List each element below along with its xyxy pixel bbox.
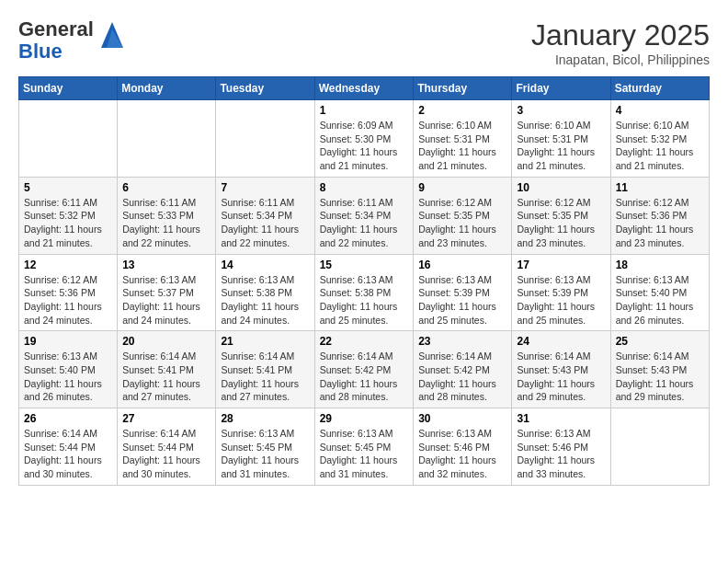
- day-info: Sunrise: 6:13 AMSunset: 5:46 PMDaylight:…: [517, 427, 605, 481]
- calendar-cell: 2 Sunrise: 6:10 AMSunset: 5:31 PMDayligh…: [414, 100, 512, 178]
- day-info: Sunrise: 6:13 AMSunset: 5:40 PMDaylight:…: [616, 273, 704, 327]
- weekday-header: Saturday: [610, 77, 709, 100]
- day-info: Sunrise: 6:10 AMSunset: 5:32 PMDaylight:…: [616, 119, 704, 173]
- day-info: Sunrise: 6:14 AMSunset: 5:41 PMDaylight:…: [122, 350, 210, 404]
- day-number: 25: [616, 335, 704, 348]
- calendar-cell: 6 Sunrise: 6:11 AMSunset: 5:33 PMDayligh…: [118, 177, 216, 254]
- calendar-cell: 19 Sunrise: 6:13 AMSunset: 5:40 PMDaylig…: [19, 331, 118, 408]
- day-info: Sunrise: 6:14 AMSunset: 5:41 PMDaylight:…: [221, 350, 309, 404]
- day-info: Sunrise: 6:12 AMSunset: 5:35 PMDaylight:…: [418, 196, 506, 250]
- day-number: 10: [517, 181, 605, 194]
- day-info: Sunrise: 6:14 AMSunset: 5:44 PMDaylight:…: [24, 427, 112, 481]
- day-number: 11: [616, 181, 704, 194]
- day-info: Sunrise: 6:11 AMSunset: 5:32 PMDaylight:…: [24, 196, 112, 250]
- day-number: 2: [418, 104, 506, 117]
- calendar-cell: 21 Sunrise: 6:14 AMSunset: 5:41 PMDaylig…: [216, 331, 314, 408]
- calendar-cell: 11 Sunrise: 6:12 AMSunset: 5:36 PMDaylig…: [610, 177, 709, 254]
- day-number: 20: [122, 335, 210, 348]
- month-title: January 2025: [531, 18, 710, 52]
- day-info: Sunrise: 6:13 AMSunset: 5:37 PMDaylight:…: [122, 273, 210, 327]
- day-number: 6: [122, 181, 210, 194]
- day-info: Sunrise: 6:13 AMSunset: 5:38 PMDaylight:…: [320, 273, 409, 327]
- weekday-header: Monday: [118, 77, 216, 100]
- calendar-cell: 15 Sunrise: 6:13 AMSunset: 5:38 PMDaylig…: [314, 254, 414, 331]
- day-number: 15: [320, 259, 409, 271]
- calendar-cell: 30 Sunrise: 6:13 AMSunset: 5:46 PMDaylig…: [414, 408, 512, 486]
- weekday-header-row: SundayMondayTuesdayWednesdayThursdayFrid…: [19, 77, 710, 100]
- calendar-cell: 4 Sunrise: 6:10 AMSunset: 5:32 PMDayligh…: [610, 100, 709, 178]
- day-info: Sunrise: 6:14 AMSunset: 5:42 PMDaylight:…: [320, 350, 409, 404]
- calendar-table: SundayMondayTuesdayWednesdayThursdayFrid…: [18, 76, 710, 486]
- day-number: 24: [517, 335, 605, 348]
- day-info: Sunrise: 6:09 AMSunset: 5:30 PMDaylight:…: [320, 119, 409, 173]
- calendar-cell: 27 Sunrise: 6:14 AMSunset: 5:44 PMDaylig…: [118, 408, 216, 486]
- weekday-header: Thursday: [414, 77, 512, 100]
- calendar-cell: 29 Sunrise: 6:13 AMSunset: 5:45 PMDaylig…: [314, 408, 414, 486]
- calendar-week-row: 12 Sunrise: 6:12 AMSunset: 5:36 PMDaylig…: [19, 254, 710, 331]
- day-number: 12: [24, 259, 112, 271]
- calendar-cell: 26 Sunrise: 6:14 AMSunset: 5:44 PMDaylig…: [19, 408, 118, 486]
- calendar-cell: 14 Sunrise: 6:13 AMSunset: 5:38 PMDaylig…: [216, 254, 314, 331]
- day-info: Sunrise: 6:14 AMSunset: 5:43 PMDaylight:…: [616, 350, 704, 404]
- day-number: 16: [418, 259, 506, 271]
- day-number: 14: [221, 259, 309, 271]
- day-number: 27: [122, 412, 210, 425]
- day-info: Sunrise: 6:13 AMSunset: 5:45 PMDaylight:…: [320, 427, 409, 481]
- calendar-cell: 18 Sunrise: 6:13 AMSunset: 5:40 PMDaylig…: [610, 254, 709, 331]
- day-number: 17: [517, 259, 605, 271]
- day-info: Sunrise: 6:12 AMSunset: 5:35 PMDaylight:…: [517, 196, 605, 250]
- logo-text: General Blue: [18, 18, 94, 63]
- day-info: Sunrise: 6:10 AMSunset: 5:31 PMDaylight:…: [418, 119, 506, 173]
- day-number: 26: [24, 412, 112, 425]
- logo-icon: [101, 22, 123, 48]
- calendar-week-row: 19 Sunrise: 6:13 AMSunset: 5:40 PMDaylig…: [19, 331, 710, 408]
- day-info: Sunrise: 6:13 AMSunset: 5:39 PMDaylight:…: [517, 273, 605, 327]
- calendar-week-row: 1 Sunrise: 6:09 AMSunset: 5:30 PMDayligh…: [19, 100, 710, 178]
- day-info: Sunrise: 6:11 AMSunset: 5:34 PMDaylight:…: [320, 196, 409, 250]
- calendar-cell: 23 Sunrise: 6:14 AMSunset: 5:42 PMDaylig…: [414, 331, 512, 408]
- calendar-cell: 22 Sunrise: 6:14 AMSunset: 5:42 PMDaylig…: [314, 331, 414, 408]
- calendar-cell: [19, 100, 118, 178]
- weekday-header: Wednesday: [314, 77, 414, 100]
- day-info: Sunrise: 6:11 AMSunset: 5:34 PMDaylight:…: [221, 196, 309, 250]
- day-info: Sunrise: 6:13 AMSunset: 5:38 PMDaylight:…: [221, 273, 309, 327]
- day-info: Sunrise: 6:11 AMSunset: 5:33 PMDaylight:…: [122, 196, 210, 250]
- day-number: 21: [221, 335, 309, 348]
- calendar-week-row: 26 Sunrise: 6:14 AMSunset: 5:44 PMDaylig…: [19, 408, 710, 486]
- title-block: January 2025 Inapatan, Bicol, Philippine…: [531, 18, 710, 67]
- day-info: Sunrise: 6:12 AMSunset: 5:36 PMDaylight:…: [616, 196, 704, 250]
- weekday-header: Friday: [512, 77, 610, 100]
- day-info: Sunrise: 6:13 AMSunset: 5:40 PMDaylight:…: [24, 350, 112, 404]
- day-number: 3: [517, 104, 605, 117]
- day-number: 4: [616, 104, 704, 117]
- logo: General Blue: [18, 18, 123, 63]
- day-number: 18: [616, 259, 704, 271]
- day-number: 19: [24, 335, 112, 348]
- day-number: 9: [418, 181, 506, 194]
- calendar-cell: 10 Sunrise: 6:12 AMSunset: 5:35 PMDaylig…: [512, 177, 610, 254]
- day-number: 31: [517, 412, 605, 425]
- day-number: 1: [320, 104, 409, 117]
- day-info: Sunrise: 6:10 AMSunset: 5:31 PMDaylight:…: [517, 119, 605, 173]
- day-info: Sunrise: 6:13 AMSunset: 5:45 PMDaylight:…: [221, 427, 309, 481]
- weekday-header: Sunday: [19, 77, 118, 100]
- calendar-cell: 5 Sunrise: 6:11 AMSunset: 5:32 PMDayligh…: [19, 177, 118, 254]
- day-number: 28: [221, 412, 309, 425]
- day-number: 22: [320, 335, 409, 348]
- day-number: 8: [320, 181, 409, 194]
- day-info: Sunrise: 6:14 AMSunset: 5:44 PMDaylight:…: [122, 427, 210, 481]
- day-number: 7: [221, 181, 309, 194]
- calendar-week-row: 5 Sunrise: 6:11 AMSunset: 5:32 PMDayligh…: [19, 177, 710, 254]
- calendar-cell: 3 Sunrise: 6:10 AMSunset: 5:31 PMDayligh…: [512, 100, 610, 178]
- day-info: Sunrise: 6:14 AMSunset: 5:43 PMDaylight:…: [517, 350, 605, 404]
- page-header: General Blue January 2025 Inapatan, Bico…: [18, 18, 710, 67]
- calendar-cell: 9 Sunrise: 6:12 AMSunset: 5:35 PMDayligh…: [414, 177, 512, 254]
- day-number: 23: [418, 335, 506, 348]
- calendar-cell: 12 Sunrise: 6:12 AMSunset: 5:36 PMDaylig…: [19, 254, 118, 331]
- day-info: Sunrise: 6:12 AMSunset: 5:36 PMDaylight:…: [24, 273, 112, 327]
- calendar-cell: 7 Sunrise: 6:11 AMSunset: 5:34 PMDayligh…: [216, 177, 314, 254]
- calendar-cell: [118, 100, 216, 178]
- calendar-cell: 31 Sunrise: 6:13 AMSunset: 5:46 PMDaylig…: [512, 408, 610, 486]
- day-number: 13: [122, 259, 210, 271]
- day-number: 29: [320, 412, 409, 425]
